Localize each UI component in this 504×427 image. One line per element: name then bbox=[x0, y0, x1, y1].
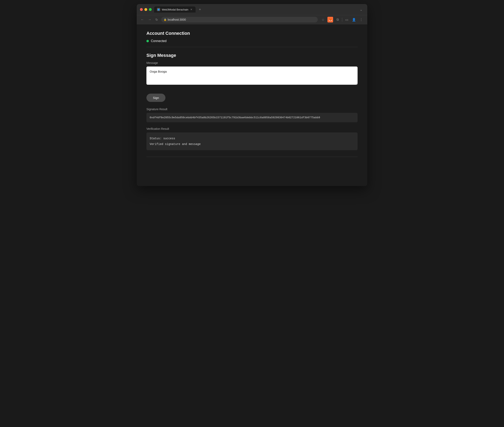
minimize-button[interactable] bbox=[144, 8, 147, 11]
section-divider-2 bbox=[147, 157, 357, 157]
back-button[interactable]: ← bbox=[140, 17, 145, 22]
new-tab-button[interactable]: + bbox=[197, 7, 203, 13]
signature-result-label: Signature Result bbox=[147, 107, 357, 111]
browser-titlebar: 🔷 Web3Modal Berachain ✕ + ⌄ bbox=[137, 4, 367, 15]
page-section: Account Connection Connected Sign Messag… bbox=[147, 31, 357, 157]
tab-title: Web3Modal Berachain bbox=[162, 8, 188, 11]
account-connection-title: Account Connection bbox=[147, 31, 357, 36]
bookmark-icon[interactable]: ☆ bbox=[320, 17, 326, 23]
verification-result-section: Verification Result Status: success Veri… bbox=[147, 127, 357, 150]
close-button[interactable] bbox=[140, 8, 143, 11]
browser-toolbar: ← → ↻ 🔒 ☆ 🦊 ⧉ ▭ 👤 ⋮ bbox=[137, 15, 367, 24]
address-bar-container: 🔒 bbox=[161, 17, 318, 23]
message-label: Message bbox=[147, 61, 357, 64]
connection-status: Connected bbox=[147, 39, 357, 43]
verification-status: Status: success Verified signature and m… bbox=[150, 136, 354, 147]
tab-bar: 🔷 Web3Modal Berachain ✕ + ⌄ bbox=[154, 7, 364, 13]
message-textarea[interactable]: Ooga Booga bbox=[147, 67, 357, 85]
metamask-extension-icon[interactable]: 🦊 bbox=[327, 17, 333, 23]
account-connection-section: Account Connection Connected bbox=[147, 31, 357, 43]
signature-value: 0xdf4df8e2055c9e5da950cebdd4bf435a8b2626… bbox=[150, 116, 354, 119]
section-divider-1 bbox=[147, 47, 357, 47]
menu-icon[interactable]: ⋮ bbox=[358, 17, 364, 23]
sign-message-title: Sign Message bbox=[147, 53, 357, 58]
connection-status-text: Connected bbox=[151, 39, 166, 43]
signature-result-section: Signature Result 0xdf4df8e2055c9e5da950c… bbox=[147, 107, 357, 122]
tab-close-icon[interactable]: ✕ bbox=[190, 8, 193, 11]
verification-result-label: Verification Result bbox=[147, 127, 357, 130]
tab-dropdown-button[interactable]: ⌄ bbox=[358, 7, 364, 12]
maximize-button[interactable] bbox=[149, 8, 152, 11]
forward-button[interactable]: → bbox=[147, 17, 152, 22]
browser-window: 🔷 Web3Modal Berachain ✕ + ⌄ ← → ↻ 🔒 ☆ 🦊 … bbox=[137, 4, 367, 186]
profile-icon[interactable]: 👤 bbox=[351, 17, 357, 23]
reload-button[interactable]: ↻ bbox=[155, 17, 159, 23]
message-field-section: Message Ooga Booga bbox=[147, 61, 357, 85]
sidebar-toggle-icon[interactable]: ▭ bbox=[344, 17, 349, 23]
sign-message-section: Sign Message Message Ooga Booga Sign Sig… bbox=[147, 53, 357, 150]
lock-icon: 🔒 bbox=[164, 18, 167, 21]
connected-status-dot bbox=[147, 40, 149, 42]
traffic-lights bbox=[140, 8, 152, 11]
sign-button[interactable]: Sign bbox=[147, 94, 165, 102]
active-tab[interactable]: 🔷 Web3Modal Berachain ✕ bbox=[154, 7, 196, 13]
toolbar-actions: ☆ 🦊 ⧉ ▭ 👤 ⋮ bbox=[320, 17, 364, 23]
toolbar-divider bbox=[342, 18, 342, 22]
address-input[interactable] bbox=[161, 17, 318, 23]
tab-favicon-icon: 🔷 bbox=[157, 8, 160, 11]
signature-result-box: 0xdf4df8e2055c9e5da950cebdd4bf435a8b2626… bbox=[147, 113, 357, 122]
browser-content: Account Connection Connected Sign Messag… bbox=[137, 24, 367, 186]
verification-result-box: Status: success Verified signature and m… bbox=[147, 132, 357, 150]
extensions-icon[interactable]: ⧉ bbox=[335, 17, 340, 23]
